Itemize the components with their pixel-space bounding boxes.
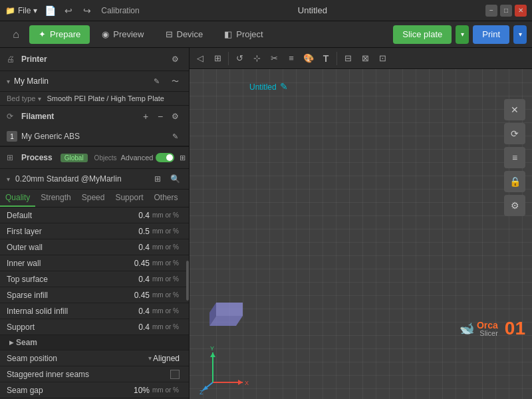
setting-unit-sparse-infill: mm or % (152, 291, 182, 299)
minimize-btn[interactable]: − (485, 5, 497, 17)
file-menu-label[interactable]: File (18, 6, 31, 15)
bed-type-value[interactable]: Smooth PEI Plate / High Temp Plate (47, 94, 182, 102)
prepare-label: Prepare (50, 29, 80, 39)
printer-expand-icon: ▾ (7, 78, 10, 85)
setting-inner-wall[interactable]: Inner wall 0.45 mm or % (0, 255, 189, 271)
device-icon: ⊟ (166, 29, 173, 39)
vt-cut-btn[interactable]: ✂ (266, 51, 282, 66)
print-dropdown-btn[interactable]: ▾ (513, 25, 527, 44)
setting-value-support: 0.4 (123, 323, 150, 332)
redo-btn[interactable]: ↪ (80, 3, 94, 18)
setting-label-inner-wall: Inner wall (7, 259, 123, 268)
title-bar: 📁 File ▾ 📄 ↩ ↪ Calibration Untitled − □ … (0, 0, 532, 21)
filament-remove-btn[interactable]: − (153, 109, 168, 124)
preset-copy-btn[interactable]: ⊞ (150, 172, 165, 186)
seam-section-header[interactable]: ▸ Seam (0, 335, 189, 350)
slice-dropdown-btn[interactable]: ▾ (456, 25, 469, 44)
setting-value-default: 0.4 (123, 211, 150, 220)
rt-settings-btn[interactable]: ⚙ (504, 195, 525, 216)
setting-seam-position[interactable]: Seam position ▾ Aligned (0, 350, 189, 366)
seam-expand-icon: ▸ (9, 338, 13, 347)
new-file-btn[interactable]: 📄 (43, 3, 57, 18)
tab-others[interactable]: Others (148, 190, 183, 207)
main-layout: 🖨 Printer ⚙ ▾ My Marlin ✎ 〜 Bed type ▾ S… (0, 48, 532, 399)
filament-settings-btn[interactable]: ⚙ (168, 109, 182, 124)
printer-title: Printer (21, 55, 168, 64)
object-label: Untitled ✎ (249, 81, 288, 92)
printer-settings-btn[interactable]: ⚙ (168, 52, 182, 66)
printer-section-header: 🖨 Printer ⚙ (0, 48, 189, 71)
setting-label-sparse-infill: Sparse infill (7, 291, 123, 300)
home-btn[interactable]: ⌂ (5, 24, 27, 45)
filament-title: Filament (21, 112, 138, 121)
rt-orient-btn[interactable]: ⟳ (504, 123, 525, 144)
setting-outer-wall[interactable]: Outer wall 0.4 mm or % (0, 239, 189, 255)
tab-strength[interactable]: Strength (35, 190, 76, 207)
filament-edit-btn[interactable]: ✎ (168, 129, 182, 144)
vt-back-btn[interactable]: ◁ (192, 51, 208, 66)
badge-global[interactable]: Global (61, 154, 88, 162)
vt-grid-btn[interactable]: ⊞ (209, 51, 225, 66)
rt-layers-btn[interactable]: ≡ (504, 147, 525, 168)
setting-value-sparse-infill: 0.45 (123, 291, 150, 300)
vt-paint-btn[interactable]: 🎨 (301, 51, 317, 66)
printer-icon: 🖨 (7, 55, 17, 64)
process-icons-btn[interactable]: ⊞ (180, 150, 186, 165)
setting-staggered-seams[interactable]: Staggered inner seams (0, 366, 189, 382)
undo-btn[interactable]: ↩ (61, 3, 76, 18)
setting-internal-solid-infill[interactable]: Internal solid infill 0.4 mm or % (0, 303, 189, 319)
setting-label-seam-position: Seam position (7, 354, 148, 363)
rt-lock-btn[interactable]: 🔒 (504, 171, 525, 192)
vt-scale-btn[interactable]: ⊹ (249, 51, 265, 66)
setting-label-internal-solid-infill: Internal solid infill (7, 307, 123, 316)
tab-device[interactable]: ⊟ Device (156, 25, 213, 44)
vt-arrange-btn[interactable]: ⊟ (340, 51, 356, 66)
tab-project[interactable]: ◧ Project (215, 25, 272, 44)
viewport-area[interactable]: Untitled ✎ ✕ ⟳ ≡ 🔒 ⚙ 🐋 Orca Slice (190, 69, 532, 399)
setting-default[interactable]: Default 0.4 mm or % (0, 207, 189, 223)
setting-first-layer[interactable]: First layer 0.5 mm or % (0, 223, 189, 239)
window-controls: − □ ✕ (485, 5, 527, 17)
tab-speed[interactable]: Speed (76, 190, 110, 207)
setting-sparse-infill[interactable]: Sparse infill 0.45 mm or % (0, 287, 189, 303)
tab-quality[interactable]: Quality (0, 190, 35, 207)
setting-value-seam-position[interactable]: Aligned (153, 354, 180, 363)
object-label-icon: ✎ (280, 81, 288, 92)
tab-notes[interactable]: Notes (183, 190, 190, 207)
staggered-seams-checkbox[interactable] (170, 370, 180, 379)
tab-preview[interactable]: ◉ Preview (92, 25, 153, 44)
menu-file[interactable]: 📁 File ▾ (5, 6, 37, 15)
setting-label-default: Default (7, 211, 123, 220)
setting-seam-gap[interactable]: Seam gap 10% mm or % (0, 382, 189, 398)
maximize-btn[interactable]: □ (500, 5, 512, 17)
tab-support[interactable]: Support (110, 190, 148, 207)
tab-prepare[interactable]: ✦ Prepare (29, 25, 90, 44)
setting-top-surface[interactable]: Top surface 0.4 mm or % (0, 271, 189, 287)
setting-label-outer-wall: Outer wall (7, 243, 123, 252)
printer-wifi-btn[interactable]: 〜 (168, 74, 182, 88)
scrollbar-track[interactable] (186, 247, 189, 399)
file-menu-arrow[interactable]: ▾ (33, 6, 37, 15)
vt-text-btn[interactable]: T (318, 51, 334, 66)
close-btn[interactable]: ✕ (515, 5, 527, 17)
preset-name[interactable]: 0.20mm Standard @MyMarlin (15, 174, 148, 184)
filament-name[interactable]: My Generic ABS (21, 132, 164, 141)
vt-group-btn[interactable]: ⊠ (357, 51, 373, 66)
filament-add-btn[interactable]: + (138, 109, 153, 124)
vt-orient-btn[interactable]: ↺ (231, 51, 247, 66)
scrollbar-thumb[interactable] (186, 261, 189, 301)
orca-logo: 🐋 Orca Slicer 01 (460, 318, 525, 339)
vt-layer-btn[interactable]: ≡ (283, 51, 299, 66)
rt-close-btn[interactable]: ✕ (504, 99, 525, 120)
advanced-toggle-switch[interactable] (156, 153, 174, 162)
print-btn[interactable]: Print (473, 25, 509, 44)
preset-search-btn[interactable]: 🔍 (168, 172, 182, 186)
vt-split-btn[interactable]: ⊡ (374, 51, 390, 66)
printer-name[interactable]: My Marlin (14, 76, 145, 86)
slice-plate-btn[interactable]: Slice plate (393, 25, 452, 44)
badge-objects[interactable]: Objects (94, 154, 117, 162)
setting-support[interactable]: Support 0.4 mm or % (0, 319, 189, 335)
filament-num: 1 (7, 131, 17, 142)
printer-edit-btn[interactable]: ✎ (149, 74, 164, 88)
3d-object[interactable] (203, 296, 251, 336)
